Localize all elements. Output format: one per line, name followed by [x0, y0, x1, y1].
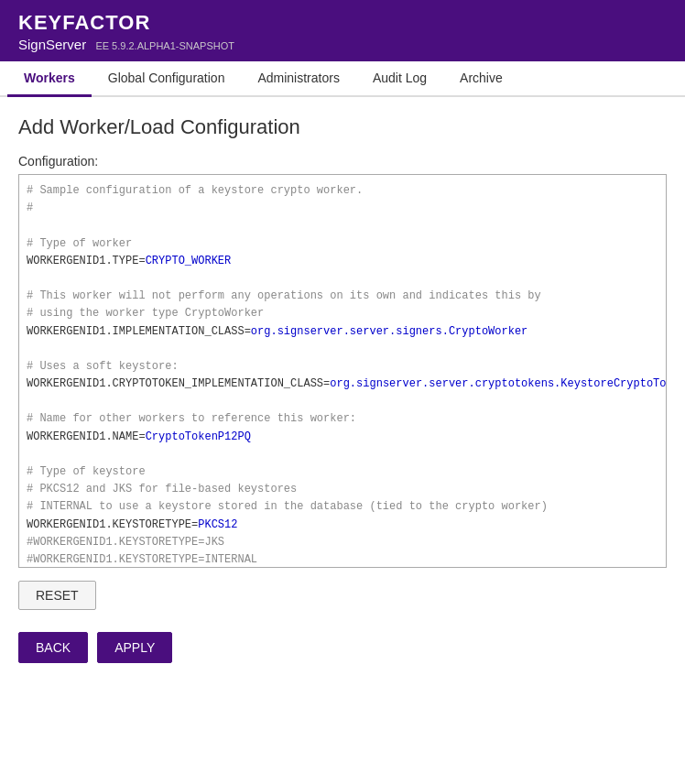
reset-button-row: RESET: [18, 581, 667, 610]
reset-button[interactable]: RESET: [18, 581, 96, 610]
config-textarea[interactable]: # Sample configuration of a keystore cry…: [18, 174, 667, 568]
app-version: EE 5.9.2.ALPHA1-SNAPSHOT: [95, 40, 234, 51]
page-title: Add Worker/Load Configuration: [18, 115, 667, 139]
nav-item-archive[interactable]: Archive: [443, 61, 519, 97]
app-name: SignServer: [18, 37, 86, 52]
apply-button[interactable]: APPLY: [97, 632, 172, 663]
main-nav: Workers Global Configuration Administrat…: [0, 61, 685, 97]
bottom-button-row: BACK APPLY: [18, 632, 667, 663]
back-button[interactable]: BACK: [18, 632, 88, 663]
main-content: Add Worker/Load Configuration Configurat…: [0, 97, 685, 681]
config-label: Configuration:: [18, 154, 667, 169]
logo-text: KEYFACTOR: [18, 11, 150, 34]
app-header: KEYFACTOR SignServer EE 5.9.2.ALPHA1-SNA…: [0, 0, 685, 61]
app-subtitle: SignServer EE 5.9.2.ALPHA1-SNAPSHOT: [18, 37, 667, 52]
nav-item-audit-log[interactable]: Audit Log: [356, 61, 443, 97]
nav-item-global-configuration[interactable]: Global Configuration: [92, 61, 242, 97]
nav-item-workers[interactable]: Workers: [7, 61, 92, 97]
app-logo: KEYFACTOR: [18, 11, 667, 35]
nav-item-administrators[interactable]: Administrators: [241, 61, 355, 97]
